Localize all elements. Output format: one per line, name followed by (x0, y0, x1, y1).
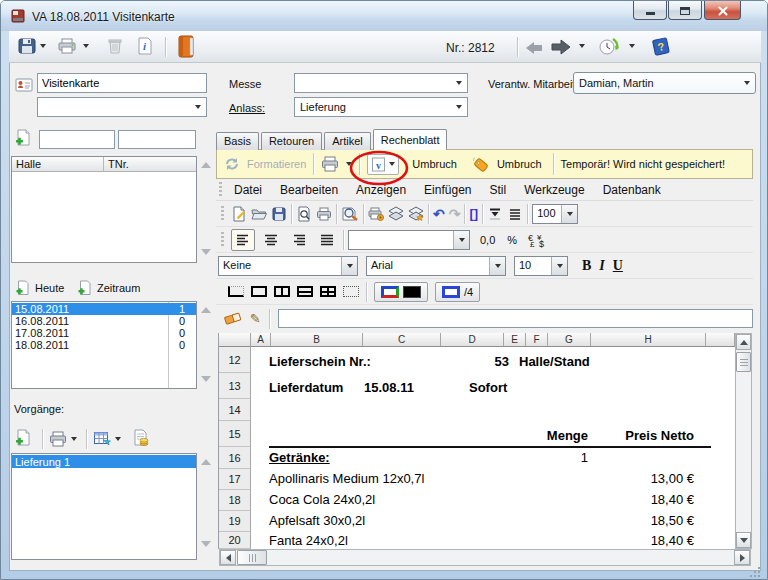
vorgang-row[interactable]: Lieferung 1 (12, 455, 196, 468)
column-header[interactable]: H (591, 333, 706, 347)
border-grid-button[interactable] (320, 286, 336, 297)
border-horizontal-button[interactable] (297, 286, 313, 297)
vorgaenge-scroll-up-icon[interactable] (201, 459, 211, 465)
row-number[interactable]: 13 (219, 373, 251, 399)
decimal-format-button[interactable]: 0,0 (480, 234, 495, 246)
style-combobox[interactable]: Keine (218, 256, 358, 276)
dropdown-button[interactable] (453, 231, 469, 249)
border-none-button[interactable] (343, 286, 359, 297)
history-dropdown-caret[interactable] (629, 44, 635, 48)
percent-format-button[interactable]: % (507, 234, 517, 246)
row-number[interactable]: 14 (219, 399, 251, 421)
cell[interactable]: Halle/Stand (519, 354, 590, 369)
formula-input[interactable] (278, 309, 753, 328)
tab-artikel[interactable]: Artikel (324, 132, 371, 150)
sheet-row[interactable]: 17 Apollinaris Medium 12x0,7l 13,00 € (219, 469, 735, 490)
vorgaenge-scroll-down-icon[interactable] (201, 541, 211, 547)
journal-button[interactable] (175, 34, 197, 60)
menu-werkzeuge[interactable]: Werkzeuge (515, 180, 593, 200)
line-spacing-icon[interactable] (507, 206, 523, 222)
align-center-button[interactable] (259, 229, 283, 251)
undo-icon[interactable]: ↶ (433, 207, 445, 221)
halle-column-header[interactable]: Halle (12, 157, 104, 171)
halle-scroll-down-icon[interactable] (201, 249, 211, 255)
print-icon[interactable] (316, 206, 332, 222)
cell[interactable]: Lieferdatum (269, 380, 343, 395)
layers-icon[interactable] (388, 206, 404, 222)
scroll-left-button[interactable] (220, 550, 236, 565)
card-secondary-combobox[interactable] (37, 97, 207, 117)
row-number[interactable]: 16 (219, 447, 251, 469)
resize-grip[interactable] (750, 567, 762, 579)
pen-icon[interactable]: ✎ (250, 311, 261, 326)
menu-anzeigen[interactable]: Anzeigen (347, 180, 415, 200)
cell[interactable]: Getränke: (269, 450, 330, 465)
horizontal-scroll-thumb[interactable] (237, 550, 267, 565)
search-icon[interactable] (341, 206, 359, 222)
save-icon[interactable] (271, 206, 287, 222)
formatieren-button[interactable]: Formatieren (247, 158, 306, 170)
close-button[interactable] (704, 1, 741, 20)
column-header[interactable]: E (504, 333, 526, 347)
menu-einfuegen[interactable]: Einfügen (415, 180, 480, 200)
halle-search-input[interactable] (39, 130, 115, 149)
row-number[interactable]: 15 (219, 421, 251, 447)
date-listbox[interactable]: 15.08.2011 1 16.08.2011 0 17.08.2011 0 1… (11, 301, 197, 389)
column-header[interactable]: F (526, 333, 548, 347)
cell[interactable]: Sofort (469, 380, 507, 395)
column-header[interactable]: C (363, 333, 441, 347)
verantw-mitarbeiter-combobox[interactable]: Damian, Martin (573, 72, 756, 94)
sheet-row[interactable]: 13 Lieferdatum 15.08.11 Sofort (219, 373, 735, 399)
sheet-row[interactable]: 14 (219, 399, 735, 421)
fill-color-swatch[interactable] (403, 286, 421, 298)
sheet-row[interactable]: 16 Getränke: 1 (219, 448, 735, 469)
dropdown-button[interactable] (551, 257, 567, 275)
menu-stil[interactable]: Stil (480, 180, 515, 200)
toolbar-grip[interactable] (219, 182, 222, 198)
next-record-button[interactable] (549, 37, 573, 57)
save-button[interactable] (17, 36, 37, 56)
font-size-combobox[interactable]: 10 (514, 256, 568, 276)
row-number[interactable]: 17 (219, 469, 251, 490)
zeitraum-button[interactable]: Zeitraum (77, 280, 140, 296)
anlass-label[interactable]: Anlass: (229, 102, 265, 114)
export-dropdown-caret[interactable] (115, 437, 121, 441)
bold-button[interactable]: B (582, 258, 591, 274)
align-left-button[interactable] (231, 229, 255, 251)
column-header[interactable]: A (251, 333, 271, 347)
open-folder-icon[interactable] (251, 206, 267, 222)
history-clock-button[interactable] (597, 35, 621, 59)
dropdown-button[interactable] (341, 257, 357, 275)
cell[interactable]: 1 (512, 450, 588, 465)
date-scroll-up-icon[interactable] (201, 307, 211, 313)
export-table-button[interactable] (93, 430, 111, 448)
sheet-row[interactable]: 19 Apfelsaft 30x0,2l 18,50 € (219, 511, 735, 532)
tab-rechenblatt[interactable]: Rechenblatt (373, 129, 448, 150)
card-name-input[interactable] (37, 73, 207, 93)
halle-listbox[interactable]: Halle TNr. (11, 156, 197, 263)
toolbar-grip[interactable] (221, 206, 224, 222)
info-button[interactable]: i (135, 36, 155, 56)
next-record-dropdown-caret[interactable] (579, 44, 585, 48)
border-vertical-button[interactable] (274, 286, 290, 297)
cell[interactable]: Apollinaris Medium 12x0,7l (269, 471, 424, 486)
column-header[interactable]: G (548, 333, 591, 347)
previous-record-button[interactable] (523, 39, 545, 57)
add-entry-button[interactable] (14, 129, 32, 147)
sheet-row[interactable]: 15 Menge Preis Netto (219, 421, 735, 447)
heute-button[interactable]: Heute (15, 280, 64, 296)
cell[interactable]: 53 (444, 354, 509, 369)
border-partial-button[interactable] (228, 286, 244, 297)
row-number[interactable]: 19 (219, 511, 251, 532)
print-vorgang-button[interactable] (49, 430, 67, 448)
umbruch2-button[interactable]: Umbruch (497, 158, 542, 170)
vorgaenge-listbox[interactable]: Lieferung 1 (11, 453, 197, 560)
cell[interactable]: 13,00 € (597, 471, 694, 486)
add-vorgang-button[interactable] (14, 429, 32, 447)
print-dropdown-caret[interactable] (83, 44, 89, 48)
cell[interactable]: Coca Cola 24x0,2l (269, 492, 375, 507)
border-box-button[interactable] (251, 286, 267, 297)
help-button[interactable]: ? (649, 36, 673, 58)
print-vorgang-dropdown-caret[interactable] (71, 437, 77, 441)
date-row[interactable]: 16.08.2011 0 (12, 315, 196, 327)
